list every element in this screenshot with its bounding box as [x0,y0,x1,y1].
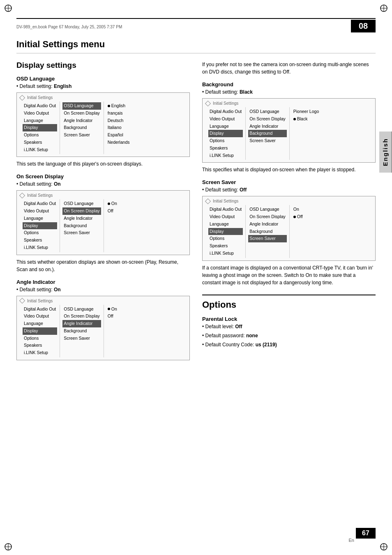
menu-item: Digital Audio Out [208,108,243,115]
menu-item: i.LINK Setup [23,244,57,251]
menu-item: Language [23,117,57,124]
ss-menu-title: Initial Settings [206,199,372,203]
menu-item: Speakers [208,145,243,152]
corner-mark-tr [380,4,388,12]
parental-default-password: • Default password: none [202,333,376,339]
menu-item-angle: Angle Indicator [62,320,101,327]
menu-item: Screen Saver [248,137,287,145]
bg-right-col: Pioneer Logo Black [290,107,327,160]
option-on-2: On [106,200,138,207]
language-tab: English [379,131,392,173]
header-meta: DV-989_en.book Page 67 Monday, July 25, … [16,25,122,29]
menu-item-display4: Display [208,130,243,137]
menu-item: Video Output [23,313,57,320]
menu-item: Speakers [23,237,57,244]
option-black: Black [292,115,324,123]
menu-item: Speakers [23,342,57,349]
osd2-center-col: OSD Language On Screen Display Angle Ind… [60,199,104,252]
option-off-ss: Off [292,213,324,221]
menu-item: Angle Indicator [62,215,101,222]
menu-item: Screen Saver [62,229,101,237]
menu-item: i.LINK Setup [208,152,243,159]
menu-item-display: Display [23,124,57,131]
angle-indicator-menu: Initial Settings Digital Audio Out Video… [16,296,190,360]
on-screen-body-text: This sets whether operation displays are… [16,258,190,273]
ss-default: • Default setting: Off [202,187,376,193]
diamond-icon-2 [19,193,25,198]
menu-item: On Screen Display [248,213,287,221]
osd-right-col: English français Deutsch Italiano Españo… [104,101,141,154]
menu-item: Video Output [23,110,57,117]
menu-item-display5: Display [208,228,243,235]
corner-mark-tl [4,4,12,12]
menu-item-bg: Background [248,130,287,137]
osd2-right-col: On Off [104,199,141,252]
ss-body-text: If a constant image is displayed on a co… [202,264,376,286]
angle-center-col: OSD Language On Screen Display Angle Ind… [60,305,104,357]
menu-item: Digital Audio Out [23,200,57,207]
menu-item: Digital Audio Out [208,206,243,213]
menu-item: Angle Indicator [248,221,287,228]
option-off-2: Off [106,207,138,215]
menu-item: Video Output [208,213,243,221]
menu-item: OSD Language [248,108,287,115]
menu-item-osd-lang: OSD Language [62,102,101,110]
angle-menu-title: Initial Settings [20,299,186,303]
angle-right-col: On Off [104,305,141,357]
corner-mark-bl [4,543,12,551]
menu-item: Options [208,235,243,242]
display-settings-heading: Display settings [16,61,190,70]
osd-body-text: This sets the language of this player's … [16,160,190,168]
menu-item: OSD Language [62,306,101,313]
menu-item: Screen Saver [62,131,101,139]
page-title: Initial Settings menu [16,39,376,50]
menu-item: Angle Indicator [248,123,287,130]
parental-default-off: • Default level: Off [202,324,376,329]
bg-center-col: OSD Language On Screen Display Angle Ind… [246,107,290,160]
angle-indicator-heading: Angle Indicator [16,279,190,285]
menu-item: Language [208,123,243,130]
menu-item-display2: Display [23,222,57,230]
bg-default: • Default setting: Black [202,89,376,95]
menu-item: Options [208,137,243,145]
menu-item: On Screen Display [62,313,101,320]
angle-body-text: If you prefer not to see the camera icon… [202,61,376,76]
menu-item: Speakers [208,242,243,250]
option-francais: français [106,110,138,117]
ss-right-col: On Off [290,205,327,258]
ss-center-col: OSD Language On Screen Display Angle Ind… [246,205,290,258]
menu-item: Language [23,320,57,327]
osd2-left-col: Digital Audio Out Video Output Language … [20,199,60,252]
menu-item: Video Output [208,115,243,123]
on-screen-display-menu: Initial Settings Digital Audio Out Video… [16,190,190,255]
option-italiano: Italiano [106,124,138,131]
menu-item: Background [62,222,101,230]
parental-default-country: • Default Country Code: us (2119) [202,342,376,348]
osd-language-menu: Initial Settings Digital Audio Out Video… [16,92,190,157]
menu-item: Options [23,131,57,139]
menu-item-osd2: On Screen Display [62,207,101,215]
menu-item: Language [208,221,243,228]
option-on-angle: On [106,306,138,313]
bg-left-col: Digital Audio Out Video Output Language … [206,107,246,160]
chapter-badge: 08 [351,20,376,32]
menu-item: On Screen Display [248,115,287,123]
osd-left-col: Digital Audio Out Video Output Language … [20,101,60,154]
menu-item: Background [248,228,287,235]
bg-body-text: This specifies what is displayed on-scre… [202,166,376,173]
diamond-icon-4 [205,100,211,106]
parental-lock-heading: Parental Lock [202,316,376,322]
screen-saver-menu: Initial Settings Digital Audio Out Video… [202,196,376,260]
menu-item: OSD Language [248,206,287,213]
menu-item: Screen Saver [62,335,101,342]
menu-item: OSD Language [62,200,101,207]
menu-item: Background [62,124,101,131]
options-heading: Options [202,295,376,310]
angle-default: • Default setting: On [16,287,190,292]
menu-item: Options [23,335,57,342]
menu-item: On Screen Display [62,110,101,117]
menu-item: Background [62,327,101,335]
menu-item: Digital Audio Out [23,102,57,110]
background-menu: Initial Settings Digital Audio Out Video… [202,98,376,163]
bg-menu-title: Initial Settings [206,101,372,106]
